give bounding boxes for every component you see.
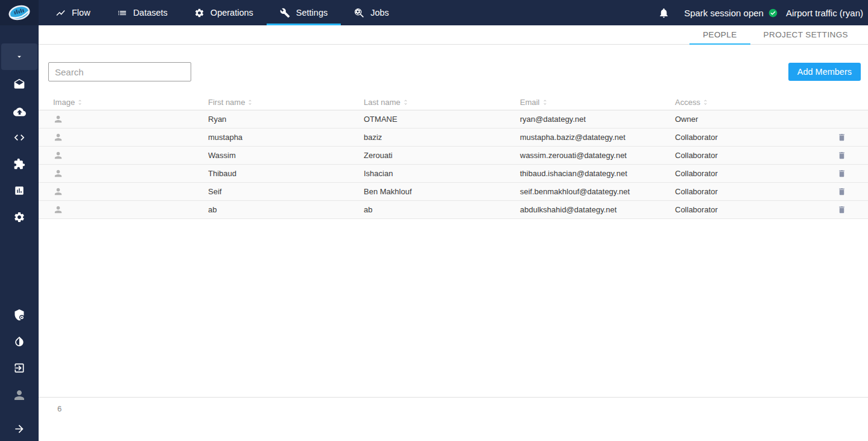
trash-icon (837, 150, 846, 160)
member-email: seif.benmakhlouf@datategy.net (520, 187, 675, 196)
column-label: Last name (364, 98, 401, 107)
delete-member-button[interactable] (837, 150, 846, 160)
gear-icon (13, 211, 25, 223)
delete-member-button[interactable] (837, 168, 846, 179)
tab-people[interactable]: PEOPLE (689, 25, 750, 44)
member-last-name: baziz (364, 133, 520, 142)
member-first-name: Ryan (208, 115, 364, 124)
delete-member-button[interactable] (837, 132, 846, 142)
sidebar-item-admin[interactable] (0, 309, 39, 321)
settings-tabbar: PEOPLE PROJECT SETTINGS (39, 25, 868, 45)
nav-item-flow[interactable]: Flow (42, 0, 104, 25)
member-last-name: ab (364, 205, 520, 214)
papai-logo-icon (7, 3, 31, 22)
tab-people-label: PEOPLE (703, 30, 737, 39)
exit-to-app-icon (13, 362, 25, 374)
trash-icon (837, 132, 846, 142)
nav-item-operations[interactable]: Operations (181, 0, 267, 25)
sidebar-collapse-menu[interactable] (1, 43, 37, 70)
column-header-image[interactable]: Image (53, 98, 208, 107)
people-toolbar: Add Members (39, 45, 868, 81)
sidebar-item-theme[interactable] (0, 335, 39, 347)
nav-item-jobs[interactable]: Jobs (341, 0, 402, 25)
member-email: ryan@datategy.net (520, 115, 675, 124)
spark-session-status: Spark session open (684, 8, 764, 18)
puzzle-icon (13, 158, 25, 170)
avatar-icon (53, 168, 63, 179)
main-content: PEOPLE PROJECT SETTINGS Add Members Imag… (39, 25, 868, 441)
top-nav-bar: Flow Datasets Operations Settings (0, 0, 868, 25)
nav-label: Datasets (133, 8, 168, 17)
spark-status-ok (768, 8, 778, 17)
project-name[interactable]: Airport traffic (ryan) (786, 8, 863, 18)
member-access: Collaborator (675, 205, 829, 214)
search-input[interactable] (48, 62, 191, 81)
member-access: Owner (675, 115, 829, 124)
sidebar-item-settings[interactable] (0, 211, 39, 223)
line-chart-icon (55, 8, 66, 18)
sidebar-expand-button[interactable] (0, 423, 39, 435)
shield-badge-icon (13, 309, 25, 321)
delete-member-button[interactable] (837, 205, 846, 215)
members-table: Image First name Last name Email Access (39, 94, 868, 413)
member-avatar-cell (53, 168, 208, 179)
avatar-icon (53, 205, 63, 215)
avatar-icon (53, 114, 63, 124)
sidebar-item-profile[interactable] (0, 388, 39, 402)
table-row: Ryan OTMANE ryan@datategy.net Owner (39, 110, 868, 128)
check-circle-icon (768, 8, 778, 17)
nav-label: Jobs (370, 8, 389, 17)
app-logo[interactable] (0, 0, 39, 25)
sort-icon (542, 99, 548, 106)
table-row: Seif Ben Makhlouf seif.benmakhlouf@datat… (39, 183, 868, 201)
avatar-icon (53, 132, 63, 142)
arrow-forward-icon (13, 423, 25, 435)
wrench-icon (280, 8, 290, 18)
member-first-name: Wassim (208, 151, 364, 160)
table-row: mustapha baziz mustapha.baziz@datategy.n… (39, 128, 868, 147)
table-header-row: Image First name Last name Email Access (39, 94, 868, 110)
sort-icon (702, 99, 709, 106)
primary-nav: Flow Datasets Operations Settings (42, 0, 402, 25)
column-header-access[interactable]: Access (675, 98, 829, 107)
invert-colors-icon (13, 335, 25, 347)
nav-label: Operations (211, 8, 253, 17)
cloud-upload-icon (13, 106, 26, 118)
trash-icon (837, 186, 846, 197)
member-last-name: OTMANE (364, 115, 520, 124)
sidebar-item-cloud-upload[interactable] (0, 106, 39, 118)
sort-icon (402, 99, 409, 106)
trash-icon (837, 205, 846, 215)
column-label: Access (675, 98, 700, 107)
member-email: wassim.zerouati@datategy.net (520, 151, 675, 160)
members-total-count: 6 (39, 398, 868, 413)
column-header-first-name[interactable]: First name (208, 98, 364, 107)
trash-icon (837, 168, 846, 179)
sidebar-item-reports[interactable] (0, 185, 39, 196)
member-last-name: Zerouati (364, 151, 520, 160)
table-body: Ryan OTMANE ryan@datategy.net Owner must… (39, 110, 868, 219)
sidebar-item-mail[interactable] (0, 78, 39, 90)
sort-icon (247, 99, 253, 106)
column-header-last-name[interactable]: Last name (364, 98, 520, 107)
table-row: ab ab abdulkshahid@datategy.net Collabor… (39, 201, 868, 219)
member-access: Collaborator (675, 187, 829, 196)
delete-member-button[interactable] (837, 186, 846, 197)
tab-project-settings-label: PROJECT SETTINGS (764, 30, 848, 39)
list-icon (117, 8, 127, 18)
sidebar (0, 25, 39, 441)
nav-label: Settings (296, 8, 328, 17)
nav-item-datasets[interactable]: Datasets (104, 0, 181, 25)
add-members-button[interactable]: Add Members (788, 63, 861, 81)
sidebar-item-code[interactable] (0, 132, 39, 144)
tab-project-settings[interactable]: PROJECT SETTINGS (750, 25, 861, 44)
sidebar-item-plugins[interactable] (0, 158, 39, 170)
notifications-button[interactable] (658, 7, 670, 19)
member-access: Collaborator (675, 169, 829, 178)
member-first-name: Seif (208, 187, 364, 196)
nav-item-settings[interactable]: Settings (267, 0, 341, 25)
column-header-email[interactable]: Email (520, 98, 675, 107)
member-first-name: ab (208, 205, 364, 214)
sidebar-item-logout[interactable] (0, 362, 39, 374)
member-last-name: Ben Makhlouf (364, 187, 520, 196)
